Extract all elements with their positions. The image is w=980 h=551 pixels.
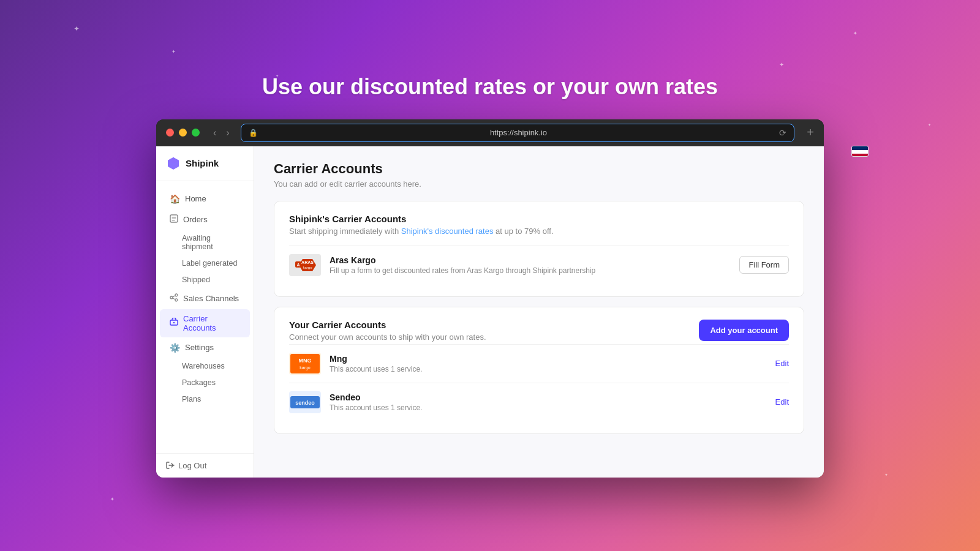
sparkle-5: ✦ bbox=[779, 61, 784, 68]
sidebar-nav: 🏠 Home Orders Awaiting ship bbox=[156, 186, 254, 453]
shipink-subtitle-pre: Start shipping immediately with bbox=[289, 227, 401, 236]
svg-text:sendeo: sendeo bbox=[295, 400, 315, 406]
mng-desc: This account uses 1 service. bbox=[330, 365, 767, 373]
page-wrapper: ✦ ✦ ✦ ✦ ✦ ✦ ✦ ✦ Use our discounted rates… bbox=[0, 0, 980, 551]
add-your-account-button[interactable]: Add your account bbox=[699, 320, 789, 341]
hero-title: Use our discounted rates or your own rat… bbox=[262, 74, 718, 100]
sparkle-3: ✦ bbox=[276, 73, 279, 78]
sidebar-item-orders-label: Orders bbox=[183, 215, 208, 224]
awaiting-shipment-label: Awaiting shipment bbox=[182, 234, 213, 251]
svg-point-5 bbox=[173, 322, 175, 323]
aras-kargo-desc: Fill up a form to get discounted rates f… bbox=[330, 266, 731, 275]
carrier-row-sendeo: sendeo Sendeo This account uses 1 servic… bbox=[289, 383, 789, 421]
traffic-light-red[interactable] bbox=[166, 129, 174, 137]
aras-kargo-name: Aras Kargo bbox=[330, 255, 731, 265]
sidebar-item-sales-channels-label: Sales Channels bbox=[183, 294, 239, 303]
address-bar[interactable]: 🔒 https://shipink.io ⟳ bbox=[241, 124, 795, 142]
logout-icon bbox=[166, 461, 175, 470]
sidebar-item-settings[interactable]: ⚙️ Settings bbox=[160, 338, 250, 358]
traffic-light-yellow[interactable] bbox=[179, 129, 187, 137]
sendeo-name: Sendeo bbox=[330, 392, 767, 402]
sidebar-item-shipped[interactable]: Shipped bbox=[160, 272, 250, 288]
forward-button[interactable]: › bbox=[222, 125, 233, 141]
shipink-section-subtitle: Start shipping immediately with Shipink'… bbox=[289, 227, 789, 236]
page-header: Carrier Accounts You can add or edit car… bbox=[274, 161, 804, 189]
carrier-row-mng: MNG kargo Mng This account uses 1 servic… bbox=[289, 344, 789, 383]
your-accounts-header: Your Carrier Accounts Connect your own a… bbox=[289, 320, 789, 342]
svg-text:kargo: kargo bbox=[300, 365, 311, 370]
sidebar-item-carrier-accounts-label: Carrier Accounts bbox=[183, 314, 240, 332]
svg-point-2 bbox=[175, 294, 178, 296]
new-tab-button[interactable]: + bbox=[807, 126, 814, 140]
sidebar-item-home-label: Home bbox=[185, 194, 206, 203]
logout-button[interactable]: Log Out bbox=[166, 461, 206, 470]
traffic-light-green[interactable] bbox=[192, 129, 200, 137]
sendeo-logo-wrapper: sendeo bbox=[289, 391, 321, 414]
sendeo-logo: sendeo bbox=[289, 391, 321, 413]
sendeo-info: Sendeo This account uses 1 service. bbox=[330, 392, 767, 412]
sidebar-bottom: Log Out bbox=[156, 453, 254, 478]
shipink-section-title: Shipink's Carrier Accounts bbox=[289, 214, 789, 224]
svg-point-3 bbox=[175, 299, 178, 301]
sparkle-1: ✦ bbox=[74, 24, 80, 33]
aras-kargo-logo-wrapper: ARAS kargo A bbox=[289, 253, 321, 277]
svg-text:A: A bbox=[296, 263, 300, 267]
browser-window: ‹ › 🔒 https://shipink.io ⟳ + Shipink bbox=[156, 119, 824, 478]
your-accounts-title: Your Carrier Accounts bbox=[289, 320, 486, 330]
sparkle-6: ✦ bbox=[110, 497, 115, 502]
settings-icon: ⚙️ bbox=[170, 343, 180, 353]
sidebar-item-packages[interactable]: Packages bbox=[160, 375, 250, 391]
shipped-label: Shipped bbox=[182, 276, 210, 284]
back-button[interactable]: ‹ bbox=[209, 125, 220, 141]
refresh-button[interactable]: ⟳ bbox=[779, 128, 786, 138]
sidebar-item-settings-label: Settings bbox=[185, 343, 214, 352]
svg-text:ARAS: ARAS bbox=[301, 260, 314, 264]
logout-label: Log Out bbox=[178, 461, 206, 470]
aras-kargo-info: Aras Kargo Fill up a form to get discoun… bbox=[330, 255, 731, 275]
browser-titlebar: ‹ › 🔒 https://shipink.io ⟳ + bbox=[156, 119, 824, 146]
mng-info: Mng This account uses 1 service. bbox=[330, 354, 767, 373]
mng-name: Mng bbox=[330, 354, 767, 364]
sales-channels-icon bbox=[170, 293, 178, 304]
sidebar-item-orders[interactable]: Orders bbox=[160, 209, 250, 230]
shipink-carrier-accounts-card: Shipink's Carrier Accounts Start shippin… bbox=[274, 201, 804, 297]
packages-label: Packages bbox=[182, 378, 216, 387]
sparkle-2: ✦ bbox=[172, 49, 176, 54]
carrier-row-aras: ARAS kargo A Aras Kargo Fill up a form t… bbox=[289, 246, 789, 284]
sparkle-4: ✦ bbox=[853, 31, 858, 36]
sidebar-item-home[interactable]: 🏠 Home bbox=[160, 189, 250, 209]
page-subtitle: You can add or edit carrier accounts her… bbox=[274, 179, 804, 189]
carrier-accounts-icon bbox=[170, 318, 178, 328]
sidebar-item-carrier-accounts[interactable]: Carrier Accounts bbox=[160, 309, 250, 337]
sendeo-edit-button[interactable]: Edit bbox=[775, 397, 789, 407]
shipink-discounted-rates-link[interactable]: Shipink's discounted rates bbox=[401, 227, 494, 236]
home-icon: 🏠 bbox=[170, 194, 180, 204]
url-text: https://shipink.io bbox=[263, 128, 775, 137]
browser-content: Shipink 🏠 Home Order bbox=[156, 146, 824, 478]
lock-icon: 🔒 bbox=[249, 129, 258, 137]
svg-text:MNG: MNG bbox=[299, 358, 312, 364]
sparkle-8: ✦ bbox=[928, 122, 931, 127]
svg-point-1 bbox=[170, 296, 173, 299]
traffic-lights bbox=[166, 129, 200, 137]
warehouses-label: Warehouses bbox=[182, 362, 225, 370]
sendeo-desc: This account uses 1 service. bbox=[330, 403, 767, 412]
your-carrier-accounts-card: Your Carrier Accounts Connect your own a… bbox=[274, 307, 804, 434]
sidebar-item-plans[interactable]: Plans bbox=[160, 391, 250, 407]
sidebar-item-awaiting-shipment[interactable]: Awaiting shipment bbox=[160, 230, 250, 255]
orders-icon bbox=[170, 214, 178, 225]
plans-label: Plans bbox=[182, 395, 201, 403]
mng-kargo-logo: MNG kargo bbox=[289, 353, 321, 375]
mng-logo-wrapper: MNG kargo bbox=[289, 352, 321, 375]
aras-kargo-fill-form-button[interactable]: Fill Form bbox=[739, 256, 789, 274]
sidebar-item-label-generated[interactable]: Label generated bbox=[160, 255, 250, 271]
sidebar-item-sales-channels[interactable]: Sales Channels bbox=[160, 288, 250, 309]
sidebar-logo: Shipink bbox=[156, 151, 254, 181]
sidebar-logo-text: Shipink bbox=[186, 158, 219, 168]
label-generated-label: Label generated bbox=[182, 259, 237, 268]
sidebar: Shipink 🏠 Home Order bbox=[156, 146, 254, 478]
mng-edit-button[interactable]: Edit bbox=[775, 359, 789, 368]
sidebar-item-warehouses[interactable]: Warehouses bbox=[160, 358, 250, 374]
shipink-logo-icon bbox=[166, 156, 181, 171]
page-title: Carrier Accounts bbox=[274, 161, 804, 177]
